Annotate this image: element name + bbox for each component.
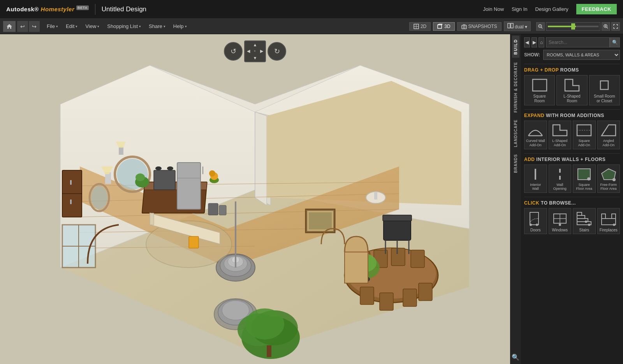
share-menu[interactable]: Share ▾ bbox=[145, 22, 169, 31]
wall-opening-item[interactable]: WallOpening bbox=[549, 164, 572, 193]
edit-menu[interactable]: Edit ▾ bbox=[62, 22, 81, 31]
zoom-bar bbox=[536, 22, 620, 31]
fullscreen-icon bbox=[613, 24, 618, 29]
panel-back-button[interactable]: ◀ bbox=[524, 37, 530, 47]
interior-walls-header: ADD INTERIOR WALLS + FLOORS bbox=[524, 157, 620, 162]
l-add-on-label: L-ShapedAdd-On bbox=[552, 139, 567, 147]
freeform-floor-icon bbox=[600, 167, 617, 181]
rotate-left-button[interactable]: ↺ bbox=[224, 42, 243, 61]
windows-label: Windows bbox=[552, 228, 568, 232]
svg-rect-105 bbox=[374, 192, 377, 200]
logo-area: Autodesk® Homestyler BETA bbox=[6, 6, 89, 12]
join-now-link[interactable]: Join Now bbox=[483, 6, 504, 12]
panel-search-button[interactable]: 🔍 bbox=[610, 37, 620, 47]
svg-rect-87 bbox=[309, 212, 332, 229]
square-room-label: SquareRoom bbox=[533, 94, 546, 103]
svg-point-58 bbox=[222, 301, 249, 320]
section-divider-4 bbox=[524, 197, 620, 197]
interior-wall-item[interactable]: InteriorWall bbox=[524, 164, 547, 193]
section-divider-2 bbox=[524, 109, 620, 110]
pan-up-button[interactable]: ▲ bbox=[252, 41, 258, 48]
interior-wall-icon bbox=[527, 167, 544, 181]
windows-item[interactable]: Windows bbox=[549, 208, 572, 234]
svg-point-49 bbox=[209, 170, 215, 177]
svg-rect-91 bbox=[119, 147, 123, 155]
redo-button[interactable]: ↪ bbox=[29, 21, 40, 32]
zoom-in-button[interactable] bbox=[602, 22, 610, 31]
home-button[interactable] bbox=[3, 21, 16, 32]
svg-rect-130 bbox=[577, 215, 585, 219]
small-room-item[interactable]: Small Roomor Closet bbox=[589, 75, 620, 105]
room-3d-view bbox=[0, 34, 510, 364]
svg-rect-41 bbox=[177, 163, 201, 209]
square-add-on-item[interactable]: SquareAdd-On bbox=[573, 121, 596, 149]
freeform-floor-item[interactable]: Free-FormFloor Area bbox=[597, 164, 620, 193]
sign-in-link[interactable]: Sign In bbox=[512, 6, 527, 12]
windows-icon bbox=[551, 211, 568, 226]
svg-point-35 bbox=[91, 186, 107, 209]
angled-add-on-icon bbox=[600, 123, 617, 137]
l-add-on-icon bbox=[551, 123, 568, 137]
square-room-item[interactable]: SquareRoom bbox=[524, 75, 555, 105]
design-gallery-link[interactable]: Design Gallery bbox=[535, 6, 568, 12]
pan-right-button[interactable]: ▶ bbox=[259, 48, 265, 54]
show-label: SHOW: bbox=[524, 52, 540, 58]
lshaped-room-item[interactable]: L-ShapedRoom bbox=[556, 75, 587, 105]
svg-point-122 bbox=[536, 224, 538, 226]
curved-wall-item[interactable]: Curved WallAdd-On bbox=[524, 121, 547, 149]
angled-add-on-item[interactable]: AngledAdd-On bbox=[597, 121, 620, 149]
svg-marker-119 bbox=[602, 169, 616, 180]
undo-button[interactable]: ↩ bbox=[17, 21, 28, 32]
brands-tab[interactable]: BRANDS bbox=[512, 151, 519, 176]
fullscreen-button[interactable] bbox=[611, 22, 620, 31]
stairs-item[interactable]: Stairs bbox=[573, 208, 596, 234]
panel-search-input[interactable] bbox=[546, 37, 610, 47]
pan-down-button[interactable]: ▼ bbox=[252, 55, 258, 61]
navigation-controls: ↺ ▲ ◀ ✦ ▶ ▼ ↻ bbox=[224, 40, 286, 62]
rotate-right-button[interactable]: ↻ bbox=[268, 42, 286, 61]
show-row: SHOW: ROOMS, WALLS & AREAS bbox=[524, 50, 620, 60]
main-content: ↺ ▲ ◀ ✦ ▶ ▼ ↻ bbox=[0, 34, 623, 364]
shopping-list-menu[interactable]: Shopping List ▾ bbox=[103, 22, 145, 31]
landscape-tab[interactable]: LANDSCAPE bbox=[512, 116, 519, 150]
svg-point-132 bbox=[588, 224, 590, 226]
pan-left-button[interactable]: ◀ bbox=[245, 48, 252, 54]
canvas-area[interactable]: ↺ ▲ ◀ ✦ ▶ ▼ ↻ bbox=[0, 34, 510, 364]
svg-point-118 bbox=[587, 177, 590, 180]
view-menu[interactable]: View ▾ bbox=[81, 22, 103, 31]
snapshots-button[interactable]: SNAPSHOTS bbox=[457, 22, 502, 31]
l-add-on-item[interactable]: L-ShapedAdd-On bbox=[549, 121, 572, 149]
panel-forward-button[interactable]: ▶ bbox=[531, 37, 537, 47]
file-menu[interactable]: File ▾ bbox=[43, 22, 62, 31]
svg-marker-135 bbox=[602, 214, 605, 219]
curved-wall-icon bbox=[527, 123, 544, 137]
square-floor-icon bbox=[575, 167, 593, 181]
zoom-slider[interactable] bbox=[546, 22, 600, 31]
2d-icon bbox=[414, 24, 419, 29]
furnish-decorate-tab[interactable]: FURNISH & DECORATE bbox=[512, 59, 519, 116]
panel-home-button[interactable]: ⌂ bbox=[539, 37, 544, 47]
dual-view-button[interactable]: dual ▾ bbox=[504, 21, 531, 31]
section-divider-3 bbox=[524, 153, 620, 154]
square-floor-label: SquareFloor Area bbox=[576, 183, 592, 191]
show-dropdown[interactable]: ROOMS, WALLS & AREAS bbox=[543, 50, 620, 60]
view-3d-button[interactable]: 3D bbox=[433, 22, 454, 31]
fireplaces-item[interactable]: Fireplaces bbox=[597, 208, 620, 234]
svg-rect-131 bbox=[577, 212, 582, 215]
sidebar-search-icon[interactable]: 🔍 bbox=[510, 350, 521, 364]
svg-rect-108 bbox=[600, 81, 608, 89]
svg-point-45 bbox=[155, 166, 162, 170]
svg-marker-0 bbox=[7, 24, 12, 29]
build-tab[interactable]: BUILD bbox=[512, 36, 519, 58]
svg-rect-70 bbox=[383, 215, 412, 221]
feedback-button[interactable]: FEEDBACK bbox=[576, 4, 617, 14]
zoom-out-button[interactable] bbox=[536, 22, 545, 31]
svg-rect-68 bbox=[419, 283, 432, 301]
pan-center-button[interactable]: ✦ bbox=[252, 48, 258, 54]
doors-item[interactable]: Doors bbox=[524, 208, 547, 234]
title-divider bbox=[95, 4, 95, 15]
help-menu[interactable]: Help ▾ bbox=[169, 22, 191, 31]
svg-marker-136 bbox=[612, 214, 616, 219]
square-floor-item[interactable]: SquareFloor Area bbox=[573, 164, 596, 193]
view-2d-button[interactable]: 2D bbox=[409, 22, 431, 31]
